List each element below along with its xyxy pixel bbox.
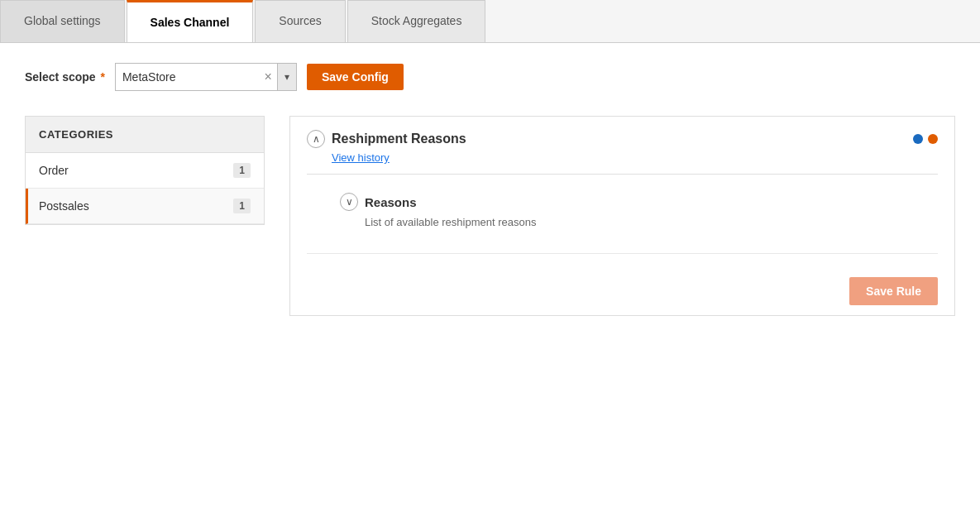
sidebar: CATEGORIES Order 1 Postsales 1 [25, 116, 265, 225]
body-layout: CATEGORIES Order 1 Postsales 1 ∧ Reshipm… [25, 116, 955, 316]
sub-section-title: Reasons [365, 195, 417, 209]
blue-dot [913, 134, 923, 144]
scope-dropdown-button[interactable]: ▾ [277, 64, 296, 90]
save-rule-row: Save Rule [290, 267, 954, 315]
tab-global-settings[interactable]: Global settings [0, 0, 125, 42]
sidebar-item-order-badge: 1 [233, 163, 251, 178]
sidebar-item-order[interactable]: Order 1 [26, 153, 264, 189]
tab-sources[interactable]: Sources [255, 0, 345, 42]
sidebar-item-order-label: Order [39, 164, 69, 177]
save-rule-button[interactable]: Save Rule [849, 277, 938, 305]
scope-clear-button[interactable]: × [260, 70, 277, 84]
view-history-link[interactable]: View history [332, 151, 938, 164]
tabs-bar: Global settings Sales Channel Sources St… [0, 0, 980, 43]
sidebar-header: CATEGORIES [26, 117, 264, 153]
rule-title: Reshipment Reasons [332, 132, 466, 146]
sidebar-item-postsales[interactable]: Postsales 1 [26, 189, 264, 224]
scope-select-wrapper: MetaStore × ▾ [115, 63, 297, 91]
rule-title-row: ∧ Reshipment Reasons [307, 130, 466, 148]
sub-divider [307, 253, 938, 254]
rule-section: ∧ Reshipment Reasons View history ∨ Reas… [290, 117, 954, 267]
sub-section-collapse-button[interactable]: ∨ [340, 193, 358, 211]
tab-stock-aggregates[interactable]: Stock Aggregates [347, 0, 486, 42]
tab-sales-channel[interactable]: Sales Channel [127, 0, 254, 42]
rule-header: ∧ Reshipment Reasons [307, 130, 938, 148]
right-panel: ∧ Reshipment Reasons View history ∨ Reas… [289, 116, 955, 316]
rule-indicators [913, 134, 938, 144]
rule-collapse-button[interactable]: ∧ [307, 130, 325, 148]
rule-divider [307, 174, 938, 175]
sub-section: ∨ Reasons List of available reshipment r… [307, 184, 938, 242]
scope-label: Select scope * [25, 70, 105, 84]
save-config-button[interactable]: Save Config [307, 64, 404, 90]
main-content: Select scope * MetaStore × ▾ Save Config… [0, 43, 980, 336]
scope-select-value: MetaStore [116, 70, 260, 84]
orange-dot [928, 134, 938, 144]
required-indicator: * [101, 70, 105, 84]
sub-section-description: List of available reshipment reasons [365, 216, 921, 228]
sidebar-item-postsales-badge: 1 [233, 199, 251, 213]
sidebar-item-postsales-label: Postsales [39, 199, 89, 213]
scope-row: Select scope * MetaStore × ▾ Save Config [25, 63, 955, 91]
sub-section-header: ∨ Reasons [340, 193, 921, 211]
